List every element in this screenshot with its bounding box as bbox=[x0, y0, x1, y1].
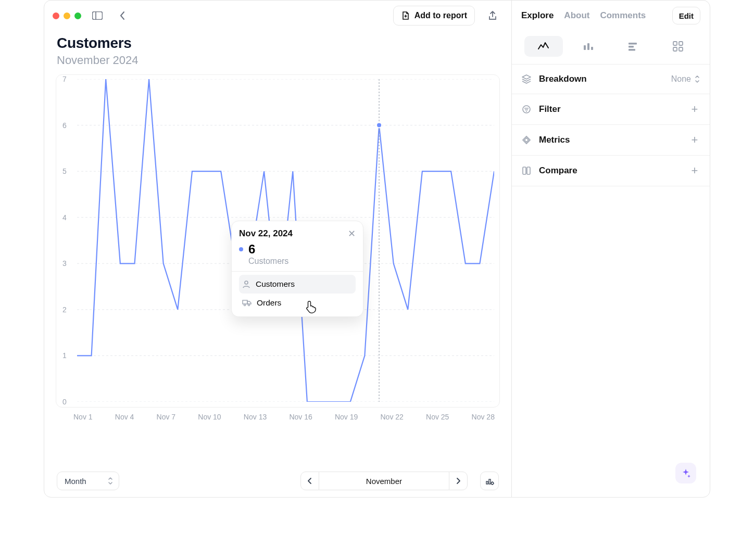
y-tick-label: 4 bbox=[62, 213, 67, 222]
user-icon bbox=[242, 280, 250, 288]
svg-rect-33 bbox=[523, 167, 526, 174]
truck-icon bbox=[242, 299, 252, 307]
sidebar-toggle-icon[interactable] bbox=[89, 7, 106, 24]
filter-row[interactable]: Filter + bbox=[512, 94, 710, 124]
series-dot-icon bbox=[239, 247, 243, 251]
tooltip-item-label: Customers bbox=[256, 279, 295, 289]
svg-rect-27 bbox=[673, 47, 677, 51]
vis-line-button[interactable] bbox=[524, 36, 563, 57]
vis-hbar-button[interactable] bbox=[614, 36, 652, 57]
close-dot[interactable] bbox=[53, 12, 59, 19]
chevron-updown-icon bbox=[694, 75, 700, 83]
svg-point-15 bbox=[248, 304, 249, 306]
tab-comments[interactable]: Comments bbox=[600, 10, 646, 21]
breakdown-value: None bbox=[671, 74, 691, 84]
x-tick-label: Nov 22 bbox=[380, 413, 403, 421]
svg-rect-21 bbox=[591, 47, 593, 50]
y-tick-label: 5 bbox=[62, 167, 67, 175]
edit-button[interactable]: Edit bbox=[672, 7, 700, 24]
granularity-select[interactable]: Month bbox=[57, 472, 119, 490]
prev-period-button[interactable] bbox=[300, 472, 319, 490]
metrics-label: Metrics bbox=[539, 135, 570, 145]
add-to-report-button[interactable]: Add to report bbox=[393, 6, 475, 26]
breakdown-label: Breakdown bbox=[539, 74, 587, 84]
svg-point-11 bbox=[376, 123, 382, 128]
add-to-report-label: Add to report bbox=[414, 11, 467, 20]
y-tick-label: 0 bbox=[62, 398, 67, 406]
vis-bar-button[interactable] bbox=[569, 36, 608, 57]
svg-rect-22 bbox=[629, 43, 637, 45]
tab-explore[interactable]: Explore bbox=[521, 10, 554, 21]
tooltip-item-label: Orders bbox=[257, 298, 281, 308]
svg-point-12 bbox=[245, 281, 248, 284]
filter-icon bbox=[521, 104, 533, 114]
y-tick-label: 7 bbox=[62, 75, 67, 83]
period-label[interactable]: November bbox=[319, 472, 449, 490]
next-period-button[interactable] bbox=[449, 472, 468, 490]
tooltip-item-customers[interactable]: Customers bbox=[239, 275, 356, 294]
svg-point-18 bbox=[491, 482, 493, 484]
granularity-label: Month bbox=[65, 477, 86, 486]
svg-rect-26 bbox=[679, 42, 683, 45]
tooltip-value: 6 bbox=[248, 242, 255, 257]
svg-rect-34 bbox=[527, 167, 530, 174]
x-tick-label: Nov 25 bbox=[426, 413, 449, 421]
ai-assistant-button[interactable] bbox=[675, 463, 696, 483]
plus-icon[interactable]: + bbox=[689, 104, 700, 115]
y-tick-label: 6 bbox=[62, 121, 67, 130]
breakdown-row[interactable]: Breakdown None bbox=[512, 64, 710, 94]
page-title: Customers bbox=[57, 35, 499, 52]
svg-rect-19 bbox=[584, 45, 586, 50]
minimize-dot[interactable] bbox=[64, 12, 70, 19]
svg-rect-13 bbox=[243, 300, 247, 304]
x-tick-label: Nov 28 bbox=[472, 413, 495, 421]
zoom-dot[interactable] bbox=[74, 12, 81, 19]
svg-rect-20 bbox=[587, 43, 589, 50]
page-subtitle: November 2024 bbox=[57, 54, 499, 67]
svg-point-14 bbox=[244, 304, 245, 306]
plus-icon[interactable]: + bbox=[689, 134, 700, 146]
chart[interactable]: 01234567 Nov 22, 2024 ✕ 6 Customers bbox=[56, 74, 500, 408]
svg-rect-24 bbox=[629, 49, 635, 51]
x-tick-label: Nov 13 bbox=[244, 413, 267, 421]
svg-rect-25 bbox=[673, 42, 677, 45]
plus-icon[interactable]: + bbox=[689, 165, 700, 176]
x-tick-label: Nov 7 bbox=[157, 413, 176, 421]
tooltip-date: Nov 22, 2024 bbox=[239, 228, 293, 239]
x-tick-label: Nov 10 bbox=[198, 413, 221, 421]
y-tick-label: 3 bbox=[62, 259, 67, 268]
back-button[interactable] bbox=[114, 7, 131, 24]
tooltip-item-orders[interactable]: Orders bbox=[239, 294, 356, 312]
chart-tooltip: Nov 22, 2024 ✕ 6 Customers Customers bbox=[231, 221, 363, 317]
svg-rect-16 bbox=[486, 481, 488, 484]
metrics-row[interactable]: Metrics + bbox=[512, 124, 710, 155]
svg-rect-17 bbox=[489, 479, 491, 484]
svg-rect-28 bbox=[679, 47, 683, 51]
tab-about[interactable]: About bbox=[564, 10, 589, 21]
x-tick-label: Nov 1 bbox=[73, 413, 93, 421]
metrics-icon bbox=[521, 135, 533, 145]
compare-label: Compare bbox=[539, 166, 577, 176]
svg-rect-23 bbox=[629, 46, 634, 48]
share-icon[interactable] bbox=[482, 7, 503, 24]
x-tick-label: Nov 19 bbox=[335, 413, 358, 421]
edit-label: Edit bbox=[679, 11, 694, 20]
compare-icon bbox=[521, 166, 533, 176]
x-tick-label: Nov 4 bbox=[115, 413, 134, 421]
close-icon[interactable]: ✕ bbox=[348, 229, 356, 238]
window-controls[interactable] bbox=[53, 12, 81, 19]
y-tick-label: 2 bbox=[62, 306, 67, 314]
compare-row[interactable]: Compare + bbox=[512, 155, 710, 186]
layers-icon bbox=[521, 74, 533, 84]
svg-point-29 bbox=[523, 106, 530, 113]
document-plus-icon bbox=[401, 11, 410, 20]
chart-settings-button[interactable] bbox=[480, 472, 499, 490]
chevron-updown-icon bbox=[107, 477, 114, 485]
vis-grid-button[interactable] bbox=[659, 36, 697, 57]
filter-label: Filter bbox=[539, 104, 561, 114]
x-tick-label: Nov 16 bbox=[289, 413, 312, 421]
tooltip-value-label: Customers bbox=[248, 257, 356, 266]
y-tick-label: 1 bbox=[62, 351, 67, 360]
svg-rect-0 bbox=[93, 12, 103, 20]
